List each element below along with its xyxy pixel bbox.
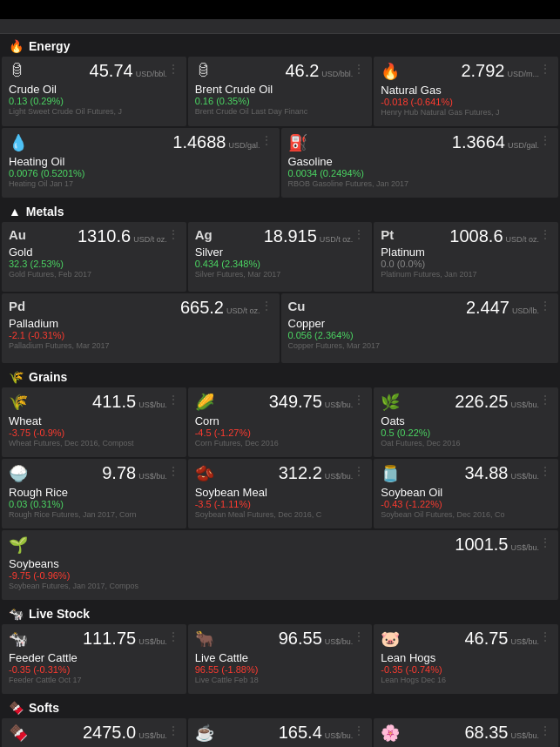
card-sub: Soybean Oil Futures, Dec 2016, Co bbox=[381, 510, 551, 519]
more-icon[interactable]: ⋮ bbox=[167, 629, 179, 643]
more-icon[interactable]: ⋮ bbox=[353, 393, 365, 407]
card-name: Soybean Meal bbox=[195, 486, 366, 499]
more-icon[interactable]: ⋮ bbox=[353, 464, 365, 478]
section-header: 🍫 Softs bbox=[0, 696, 560, 718]
section-name: Softs bbox=[29, 701, 59, 715]
more-icon[interactable]: ⋮ bbox=[167, 464, 179, 478]
more-icon[interactable]: ⋮ bbox=[539, 723, 551, 737]
app-header bbox=[0, 19, 560, 34]
commodity-card[interactable]: ⛽ 1.3664 USD/gal. ⋮ Gasoline 0.0034 (0.2… bbox=[281, 128, 559, 198]
commodity-card[interactable]: 🐄 111.75 US$/bu. ⋮ Feeder Cattle -0.35 (… bbox=[2, 624, 186, 694]
card-unit: USD/lb. bbox=[512, 306, 539, 315]
card-name: Gasoline bbox=[288, 155, 552, 168]
more-icon[interactable]: ⋮ bbox=[167, 393, 179, 407]
commodity-card[interactable]: 🐂 96.55 US$/bu. ⋮ Live Cattle 96.55 (-1.… bbox=[188, 624, 373, 694]
more-icon[interactable]: ⋮ bbox=[353, 227, 365, 241]
commodity-card[interactable]: 🔥 2.792 USD/m... ⋮ Natural Gas -0.018 (-… bbox=[374, 57, 558, 126]
card-change: -4.5 (-1.27%) bbox=[195, 427, 366, 438]
card-sub: Light Sweet Crude Oil Futures, J bbox=[9, 107, 179, 116]
cards-row: 🍫 2475.0 US$/bu. ⋮ Cocoa -26.0 (-1.04%) … bbox=[0, 718, 560, 747]
commodity-card[interactable]: 🐷 46.75 US$/bu. ⋮ Lean Hogs -0.35 (-0.74… bbox=[374, 624, 558, 694]
card-price: 46.2 bbox=[285, 62, 319, 79]
commodity-card[interactable]: ☕ 165.4 US$/bu. ⋮ Coffee "C" -2.1 (-1.25… bbox=[188, 718, 373, 747]
app-content: 🔥 Energy 🛢 45.74 USD/bbl. ⋮ Crude Oil 0.… bbox=[0, 34, 560, 747]
card-price: 18.915 bbox=[264, 227, 317, 245]
commodity-card[interactable]: Au 1310.6 USD/t oz. ⋮ Gold 32.3 (2.53%) … bbox=[2, 222, 186, 292]
more-icon[interactable]: ⋮ bbox=[353, 723, 365, 737]
card-change: 0.0034 (0.2494%) bbox=[288, 168, 552, 178]
card-unit: US$/bu. bbox=[510, 731, 539, 740]
card-unit: USD/t oz. bbox=[506, 235, 540, 244]
section-icon: 🍫 bbox=[9, 701, 24, 715]
more-icon[interactable]: ⋮ bbox=[353, 629, 365, 643]
more-icon[interactable]: ⋮ bbox=[539, 393, 551, 407]
card-price: 45.74 bbox=[90, 62, 133, 79]
commodity-card[interactable]: 🌽 349.75 US$/bu. ⋮ Corn -4.5 (-1.27%) Co… bbox=[188, 387, 373, 457]
card-sub: Palladium Futures, Mar 2017 bbox=[9, 341, 273, 350]
card-change: 32.3 (2.53%) bbox=[9, 259, 179, 269]
card-unit: USD/t oz. bbox=[133, 235, 167, 244]
status-bar bbox=[0, 0, 560, 19]
card-change: -3.75 (-0.9%) bbox=[9, 427, 179, 438]
commodity-card[interactable]: 🛢 46.2 USD/bbl. ⋮ Brent Crude Oil 0.16 (… bbox=[188, 57, 373, 126]
section-icon: 🔥 bbox=[9, 39, 24, 53]
commodity-card[interactable]: 🌿 226.25 US$/bu. ⋮ Oats 0.5 (0.22%) Oat … bbox=[374, 387, 558, 457]
more-icon[interactable]: ⋮ bbox=[539, 629, 551, 643]
more-icon[interactable]: ⋮ bbox=[539, 535, 551, 549]
commodity-card[interactable]: Pt 1008.6 USD/t oz. ⋮ Platinum 0.0 (0.0%… bbox=[374, 222, 558, 292]
card-unit: USD/t oz. bbox=[320, 235, 354, 244]
card-sub: Soybean Meal Futures, Dec 2016, C bbox=[195, 510, 366, 519]
commodity-card[interactable]: Pd 665.2 USD/t oz. ⋮ Palladium -2.1 (-0.… bbox=[2, 293, 280, 363]
card-unit: US$/bu. bbox=[325, 731, 354, 740]
commodity-card[interactable]: 🌾 411.5 US$/bu. ⋮ Wheat -3.75 (-0.9%) Wh… bbox=[2, 387, 186, 457]
card-change: 0.0 (0.0%) bbox=[381, 259, 551, 269]
card-unit: US$/bu. bbox=[510, 543, 539, 552]
commodity-card[interactable]: 💧 1.4688 USD/gal. ⋮ Heating Oil 0.0076 (… bbox=[2, 128, 280, 198]
more-icon[interactable]: ⋮ bbox=[539, 227, 551, 241]
card-change: -0.43 (-1.22%) bbox=[381, 499, 551, 509]
commodity-card[interactable]: 🫙 34.88 US$/bu. ⋮ Soybean Oil -0.43 (-1.… bbox=[374, 459, 558, 528]
more-icon[interactable]: ⋮ bbox=[260, 133, 273, 147]
commodity-card[interactable]: Ag 18.915 USD/t oz. ⋮ Silver 0.434 (2.34… bbox=[188, 222, 373, 292]
card-name: Gold bbox=[9, 246, 179, 259]
card-price: 349.75 bbox=[269, 393, 322, 410]
more-icon[interactable]: ⋮ bbox=[539, 464, 551, 478]
card-unit: USD/gal. bbox=[228, 141, 260, 150]
card-name: Platinum bbox=[381, 246, 551, 259]
card-change: -0.018 (-0.641%) bbox=[381, 97, 551, 107]
section-name: Energy bbox=[29, 39, 70, 53]
commodity-card[interactable]: 🍚 9.78 US$/bu. ⋮ Rough Rice 0.03 (0.31%)… bbox=[2, 459, 186, 528]
commodity-card[interactable]: 🫘 312.2 US$/bu. ⋮ Soybean Meal -3.5 (-1.… bbox=[188, 459, 373, 528]
more-icon[interactable]: ⋮ bbox=[167, 723, 179, 737]
more-icon[interactable]: ⋮ bbox=[539, 62, 551, 76]
card-sub: Platinum Futures, Jan 2017 bbox=[381, 270, 551, 279]
card-sub: Rough Rice Futures, Jan 2017, Corn bbox=[9, 510, 179, 519]
more-icon[interactable]: ⋮ bbox=[260, 299, 273, 313]
more-icon[interactable]: ⋮ bbox=[539, 299, 551, 313]
commodity-card[interactable]: 🌱 1001.5 US$/bu. ⋮ Soybeans -9.75 (-0.96… bbox=[2, 530, 558, 600]
card-sub: Corn Futures, Dec 2016 bbox=[195, 439, 366, 448]
card-change: 0.056 (2.364%) bbox=[288, 330, 552, 340]
card-name: Palladium bbox=[9, 317, 273, 330]
card-unit: US$/bu. bbox=[510, 637, 539, 646]
card-price: 34.88 bbox=[464, 464, 508, 481]
more-icon[interactable]: ⋮ bbox=[539, 133, 551, 147]
card-price: 226.25 bbox=[455, 393, 508, 410]
card-change: -3.5 (-1.11%) bbox=[195, 499, 366, 509]
card-price: 665.2 bbox=[180, 299, 224, 316]
commodity-card[interactable]: 🍫 2475.0 US$/bu. ⋮ Cocoa -26.0 (-1.04%) … bbox=[2, 718, 186, 747]
card-unit: US$/bu. bbox=[510, 472, 539, 481]
more-icon[interactable]: ⋮ bbox=[353, 62, 365, 76]
card-unit: US$/bu. bbox=[138, 472, 167, 481]
commodity-card[interactable]: 🌸 68.35 US$/bu. ⋮ Cotton -0.4 (-0.58%) C… bbox=[374, 718, 558, 747]
commodity-card[interactable]: 🛢 45.74 USD/bbl. ⋮ Crude Oil 0.13 (0.29%… bbox=[2, 57, 186, 126]
card-change: -0.35 (-0.31%) bbox=[9, 664, 179, 675]
card-unit: US$/bu. bbox=[510, 400, 539, 409]
card-sub: Copper Futures, Mar 2017 bbox=[288, 341, 552, 350]
commodity-card[interactable]: Cu 2.447 USD/lb. ⋮ Copper 0.056 (2.364%)… bbox=[281, 293, 559, 363]
more-icon[interactable]: ⋮ bbox=[167, 227, 179, 241]
more-icon[interactable]: ⋮ bbox=[167, 62, 179, 76]
card-unit: USD/bbl. bbox=[321, 70, 353, 78]
section-icon: 🐄 bbox=[9, 607, 24, 621]
card-unit: US$/bu. bbox=[138, 731, 167, 740]
